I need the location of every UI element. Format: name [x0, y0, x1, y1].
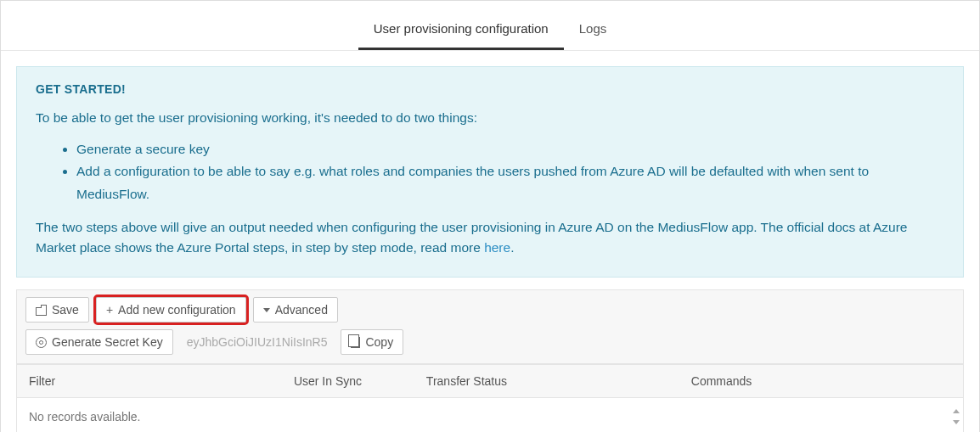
tab-user-provisioning-config[interactable]: User provisioning configuration — [358, 16, 564, 50]
table-header-row: Filter User In Sync Transfer Status Comm… — [17, 365, 963, 398]
get-started-panel: GET STARTED! To be able to get the user … — [16, 66, 964, 278]
tab-bar: User provisioning configuration Logs — [1, 1, 979, 51]
chevron-down-icon — [263, 308, 270, 312]
toolbar: Save + Add new configuration Advanced Ge… — [16, 289, 964, 364]
step-add-configuration: Add a configuration to be able to say e.… — [76, 160, 944, 205]
get-started-intro: To be able to get the user provisioning … — [36, 108, 944, 128]
gear-icon — [36, 337, 47, 348]
scroll-indicator[interactable] — [953, 409, 960, 424]
plus-icon: + — [106, 304, 113, 316]
footer-text-post: . — [510, 240, 514, 255]
get-started-steps: Generate a secure key Add a configuratio… — [36, 138, 944, 205]
col-header-transfer-status[interactable]: Transfer Status — [414, 365, 679, 398]
save-icon — [36, 305, 47, 316]
generate-key-button-label: Generate Secret Key — [52, 335, 163, 349]
get-started-footer: The two steps above will give an output … — [36, 217, 944, 258]
copy-button[interactable]: Copy — [341, 329, 403, 355]
col-header-commands[interactable]: Commands — [679, 365, 963, 398]
step-generate-key: Generate a secure key — [76, 138, 944, 160]
add-new-configuration-button[interactable]: + Add new configuration — [96, 297, 246, 323]
content-area: GET STARTED! To be able to get the user … — [1, 51, 979, 432]
app-container: User provisioning configuration Logs GET… — [0, 0, 980, 432]
scroll-down-icon — [953, 420, 960, 424]
generate-secret-key-button[interactable]: Generate Secret Key — [25, 329, 173, 355]
toolbar-row-1: Save + Add new configuration Advanced — [25, 297, 955, 323]
data-grid: Filter User In Sync Transfer Status Comm… — [16, 364, 964, 432]
config-table: Filter User In Sync Transfer Status Comm… — [17, 364, 963, 398]
footer-text-pre: The two steps above will give an output … — [36, 220, 908, 255]
save-button-label: Save — [52, 303, 79, 317]
col-header-user-in-sync[interactable]: User In Sync — [282, 365, 414, 398]
toolbar-row-2: Generate Secret Key eyJhbGciOiJIUzI1NiIs… — [25, 329, 955, 355]
advanced-button[interactable]: Advanced — [253, 297, 338, 323]
read-more-link[interactable]: here — [484, 240, 510, 255]
get-started-title: GET STARTED! — [36, 82, 944, 96]
add-config-button-label: Add new configuration — [118, 303, 236, 317]
advanced-button-label: Advanced — [275, 303, 328, 317]
save-button[interactable]: Save — [25, 297, 89, 323]
secret-key-preview: eyJhbGciOiJIUzI1NiIsInR5 — [180, 335, 335, 349]
scroll-up-icon — [953, 409, 960, 413]
tab-logs[interactable]: Logs — [564, 16, 622, 50]
copy-button-label: Copy — [365, 335, 393, 349]
no-records-text: No records available. — [29, 410, 141, 424]
col-header-filter[interactable]: Filter — [17, 365, 282, 398]
copy-icon — [351, 337, 360, 348]
no-records-row: No records available. — [17, 398, 963, 432]
